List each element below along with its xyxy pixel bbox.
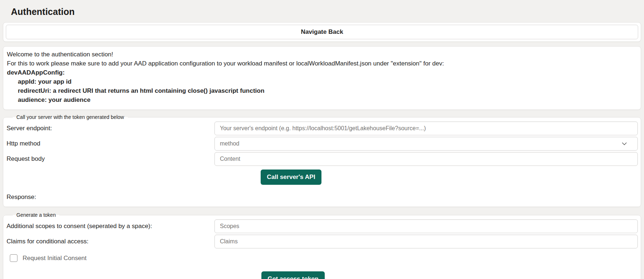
request-initial-consent-label: Request Initial Consent [23,255,87,262]
scopes-label: Additional scopes to consent (seperated … [4,223,214,230]
server-endpoint-row: Server endpoint: [4,121,638,135]
welcome-line: devAADAppConfig: [7,68,636,77]
welcome-line: appId: your app id [7,77,636,86]
server-call-section: Call your server with the token generate… [3,114,641,207]
generate-token-legend: Generate a token [13,212,59,218]
welcome-line: For this to work please make sure to add… [7,59,636,68]
scopes-row: Additional scopes to consent (seperated … [4,219,638,233]
claims-row: Claims for conditional access: [4,235,638,248]
server-endpoint-input[interactable] [214,121,638,135]
initial-consent-row: Request Initial Consent [10,254,638,262]
welcome-line: audience: your audience [7,95,636,104]
response-label: Response: [4,188,638,203]
page-title: Authentication [0,0,644,22]
call-api-button-row: Call server's API [261,170,638,185]
http-method-label: Http method [4,140,214,147]
http-method-select[interactable]: method [214,137,638,151]
get-token-button-row: Get access token [261,271,638,279]
claims-input[interactable] [214,235,638,248]
welcome-panel: Welcome to the authentication section! F… [3,46,641,110]
chevron-down-icon [621,141,627,147]
claims-label: Claims for conditional access: [4,238,214,245]
scopes-input[interactable] [214,219,638,233]
request-body-label: Request body [4,155,214,163]
server-call-legend: Call your server with the token generate… [13,114,128,120]
request-body-input[interactable] [214,152,638,166]
navigate-back-bar: Navigate Back [3,22,641,42]
generate-token-section: Generate a token Additional scopes to co… [3,212,641,279]
welcome-line: redirectUri: a redirect URI that returns… [7,86,636,95]
server-endpoint-label: Server endpoint: [4,125,214,132]
welcome-line: Welcome to the authentication section! [7,50,636,59]
request-initial-consent-checkbox[interactable] [10,254,17,262]
http-method-selected-value: method [220,140,239,147]
call-server-api-button[interactable]: Call server's API [261,170,321,185]
request-body-row: Request body [4,152,638,166]
http-method-row: Http method method [4,137,638,151]
navigate-back-button[interactable]: Navigate Back [6,25,638,39]
get-access-token-button[interactable]: Get access token [261,271,325,279]
